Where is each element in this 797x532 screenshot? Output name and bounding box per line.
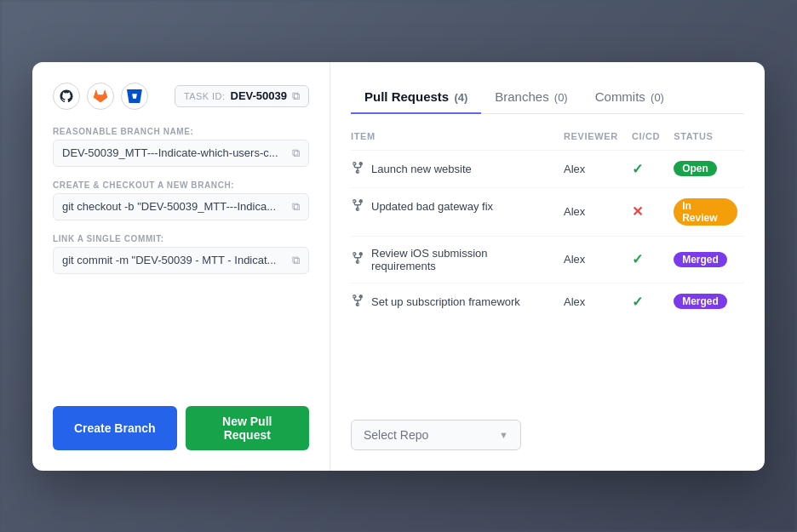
- pr-status-cell: Merged: [667, 283, 744, 320]
- col-header-status: STATUS: [667, 131, 744, 151]
- right-panel: Pull Requests (4) Branches (0) Commits (…: [330, 62, 765, 471]
- pr-reviewer-cell: Alex: [557, 283, 625, 320]
- col-header-item: ITEM: [351, 131, 557, 151]
- copy-commit-icon[interactable]: ⧉: [292, 254, 300, 267]
- table-row: Updated bad gateway fixAlex✕In Review: [351, 187, 744, 236]
- check-icon: ✓: [632, 295, 643, 309]
- pr-cicd-cell: ✓: [625, 283, 667, 320]
- new-pull-request-button[interactable]: New Pull Request: [186, 406, 310, 450]
- pr-branch-icon: [351, 251, 364, 267]
- pr-cicd-cell: ✓: [625, 150, 667, 187]
- pr-item-cell: Review iOS submission requirements: [351, 237, 557, 283]
- tab-branches[interactable]: Branches (0): [481, 83, 581, 114]
- pr-table: ITEM REVIEWER CI/CD STATUS Launch new we…: [351, 131, 744, 320]
- right-bottom: Select Repo ▼: [351, 406, 744, 450]
- col-header-reviewer: REVIEWER: [557, 131, 625, 151]
- status-badge: Merged: [674, 252, 727, 267]
- tabs-row: Pull Requests (4) Branches (0) Commits (…: [351, 83, 744, 114]
- pr-item-cell: Set up subscription framework: [351, 283, 557, 320]
- tab-pull-requests-label: Pull Requests: [364, 89, 449, 104]
- checkout-command-group: CREATE & CHECKOUT A NEW BRANCH: git chec…: [53, 180, 309, 220]
- left-content: TASK ID: DEV-50039 ⧉ REASONABLE BRANCH N…: [53, 83, 309, 274]
- pr-reviewer-cell: Alex: [557, 236, 625, 283]
- chevron-down-icon: ▼: [499, 430, 508, 440]
- pr-item-text: Set up subscription framework: [371, 295, 520, 308]
- task-id-value: DEV-50039: [231, 89, 288, 102]
- status-badge: In Review: [674, 198, 737, 226]
- table-row: Review iOS submission requirementsAlex✓M…: [351, 236, 744, 283]
- checkout-input-row: git checkout -b "DEV-50039_MTT---Indica.…: [53, 193, 309, 220]
- pr-branch-icon: [351, 294, 364, 310]
- commit-label: LINK A SINGLE COMMIT:: [53, 234, 309, 243]
- pr-cicd-cell: ✓: [625, 236, 667, 283]
- left-panel: TASK ID: DEV-50039 ⧉ REASONABLE BRANCH N…: [32, 62, 330, 471]
- copy-task-id-icon[interactable]: ⧉: [292, 89, 300, 103]
- commit-input-row: git commit -m "DEV-50039 - MTT - Indicat…: [53, 247, 309, 274]
- branch-name-label: REASONABLE BRANCH NAME:: [53, 127, 309, 136]
- tab-branches-count: (0): [554, 91, 568, 104]
- tab-commits-count: (0): [651, 91, 664, 104]
- table-row: Set up subscription frameworkAlex✓Merged: [351, 283, 744, 320]
- task-id-box: TASK ID: DEV-50039 ⧉: [175, 85, 309, 107]
- task-id-label: TASK ID:: [184, 91, 226, 101]
- copy-checkout-icon[interactable]: ⧉: [292, 200, 300, 214]
- gitlab-icon[interactable]: [87, 83, 114, 110]
- top-row: TASK ID: DEV-50039 ⧉: [53, 83, 309, 110]
- status-badge: Open: [674, 161, 717, 176]
- pr-cicd-cell: ✕: [625, 187, 667, 236]
- pr-item-text: Launch new website: [371, 163, 472, 175]
- tab-commits[interactable]: Commits (0): [582, 83, 678, 114]
- branch-name-value: DEV-50039_MTT---Indicate-which-users-c..…: [62, 146, 287, 159]
- pr-item-cell: Updated bad gateway fix: [351, 188, 557, 225]
- tab-pull-requests[interactable]: Pull Requests (4): [351, 83, 481, 114]
- checkout-label: CREATE & CHECKOUT A NEW BRANCH:: [53, 180, 309, 190]
- select-repo-dropdown[interactable]: Select Repo ▼: [351, 420, 521, 450]
- tab-pull-requests-count: (4): [454, 91, 467, 104]
- col-header-cicd: CI/CD: [625, 131, 667, 151]
- commit-command-group: LINK A SINGLE COMMIT: git commit -m "DEV…: [53, 234, 309, 274]
- status-badge: Merged: [674, 294, 727, 309]
- copy-branch-name-icon[interactable]: ⧉: [292, 146, 300, 160]
- branch-name-group: REASONABLE BRANCH NAME: DEV-50039_MTT---…: [53, 127, 309, 167]
- select-repo-placeholder: Select Repo: [364, 428, 428, 442]
- pr-reviewer-cell: Alex: [557, 150, 625, 187]
- checkout-value: git checkout -b "DEV-50039_MTT---Indica.…: [62, 200, 287, 213]
- check-icon: ✓: [632, 162, 643, 176]
- pr-item-text: Review iOS submission requirements: [371, 247, 550, 272]
- pr-status-cell: In Review: [667, 187, 744, 236]
- pr-status-cell: Merged: [667, 236, 744, 283]
- branch-name-input-row: DEV-50039_MTT---Indicate-which-users-c..…: [53, 140, 309, 167]
- cross-icon: ✕: [632, 204, 643, 219]
- bottom-buttons: Create Branch New Pull Request: [53, 392, 309, 450]
- tab-branches-label: Branches: [495, 89, 548, 104]
- modal-dialog: TASK ID: DEV-50039 ⧉ REASONABLE BRANCH N…: [32, 62, 765, 471]
- commit-value: git commit -m "DEV-50039 - MTT - Indicat…: [62, 254, 287, 266]
- check-icon: ✓: [632, 252, 643, 266]
- pr-item-text: Updated bad gateway fix: [371, 200, 493, 213]
- create-branch-button[interactable]: Create Branch: [53, 406, 177, 450]
- table-row: Launch new websiteAlex✓Open: [351, 150, 744, 187]
- pr-branch-icon: [351, 198, 364, 215]
- pr-item-cell: Launch new website: [351, 151, 557, 187]
- pr-reviewer-cell: Alex: [557, 187, 625, 236]
- github-icon[interactable]: [53, 83, 80, 110]
- bitbucket-icon[interactable]: [121, 83, 148, 110]
- pr-status-cell: Open: [667, 150, 744, 187]
- tab-commits-label: Commits: [595, 89, 645, 104]
- pr-branch-icon: [351, 161, 364, 177]
